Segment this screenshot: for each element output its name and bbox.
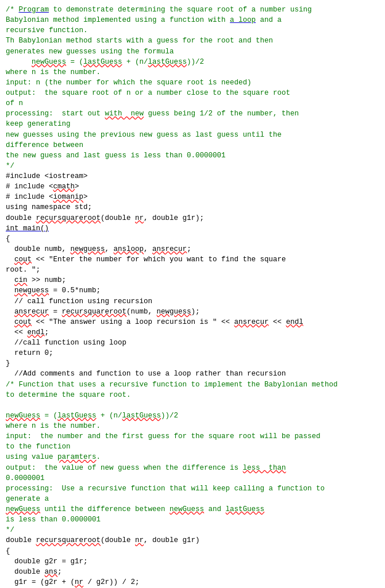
code-editor: /* Program to demonstrate determining th… — [6, 5, 379, 588]
close-brace-main: } — [6, 359, 10, 368]
comment-loop: //call function using loop — [6, 339, 126, 347]
include-iostream: #include <iostream> — [6, 172, 88, 180]
using-namespace: using namespace std; — [6, 203, 92, 211]
g1r-assign: g1r = (g2r + (nr / g2r)) / 2; — [6, 578, 140, 586]
comment-line: /* Program to demonstrate determining th… — [6, 6, 312, 170]
include-iomanip: # include <iomanip> — [6, 193, 88, 201]
include-cmath: # include <cmath> — [6, 183, 79, 191]
func-declaration: double recursquareroot(double nr, double… — [6, 214, 204, 222]
g2r-declare: double g2r = g1r; — [6, 558, 88, 566]
cout-answer: cout << "The answer using a loop recursi… — [6, 318, 303, 336]
comment-recursion: // call function using recursion — [6, 297, 152, 305]
func-definition: double recursquareroot(double nr, double… — [6, 536, 200, 544]
main-declaration: int main() — [6, 225, 49, 233]
ans-declare: double ans; — [6, 568, 62, 576]
cin-numb: cin >> numb; — [6, 276, 66, 284]
open-brace-func: { — [6, 547, 10, 555]
newguess-assign: newguess = 0.5*numb; — [6, 287, 101, 295]
comment-add-comments: //Add comments and function to use a loo… — [6, 370, 286, 378]
open-brace-main: { — [6, 235, 10, 243]
comment-function-block: /* Function that uses a recursive functi… — [6, 381, 338, 535]
return-main: return 0; — [6, 349, 53, 357]
ansrecur-assign: ansrecur = recursquareroot(numb, newgues… — [6, 308, 200, 316]
cout-enter: cout << "Enter the number for which you … — [6, 256, 286, 274]
var-declaration: double numb, newguess, ansloop, ansrecur… — [6, 245, 191, 253]
